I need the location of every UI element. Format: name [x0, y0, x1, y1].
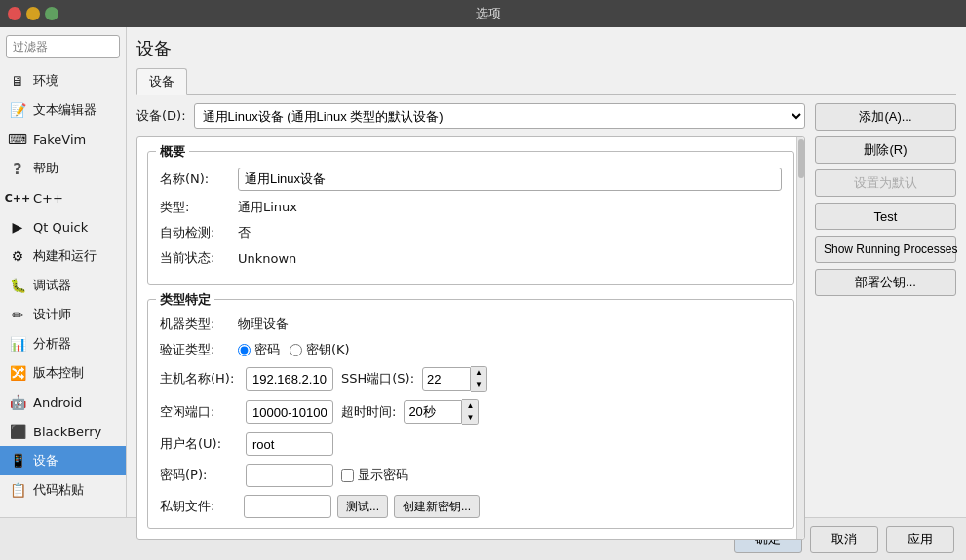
sidebar-item-environment[interactable]: 🖥 环境: [0, 66, 126, 95]
build-run-icon: ⚙: [8, 246, 27, 266]
test-file-button[interactable]: 测试...: [337, 495, 388, 518]
sidebar-item-debugger[interactable]: 🐛 调试器: [0, 271, 126, 300]
sidebar-item-text-editor[interactable]: 📝 文本编辑器: [0, 95, 126, 125]
auth-key-radio[interactable]: [290, 344, 302, 356]
auto-detect-label: 自动检测:: [160, 224, 238, 242]
machine-type-row: 机器类型: 物理设备: [160, 316, 782, 333]
sidebar-item-cpp[interactable]: C++ C++: [0, 183, 126, 212]
cancel-button[interactable]: 取消: [810, 526, 878, 553]
environment-icon: 🖥: [8, 71, 27, 91]
sidebar-item-label: 环境: [33, 72, 58, 90]
machine-type-label: 机器类型:: [160, 316, 238, 333]
overview-title: 概要: [156, 143, 189, 161]
sidebar-item-analyzer[interactable]: 📊 分析器: [0, 329, 126, 358]
ssh-port-spinbox[interactable]: ▲ ▼: [422, 366, 487, 392]
sidebar-item-label: 版本控制: [33, 364, 84, 382]
close-button[interactable]: [8, 7, 21, 20]
sidebar-item-designer[interactable]: ✏ 设计师: [0, 300, 126, 329]
password-input[interactable]: [246, 464, 333, 487]
name-input[interactable]: [238, 168, 782, 191]
show-password-checkbox[interactable]: [341, 469, 354, 482]
ssh-port-input[interactable]: [422, 367, 471, 391]
designer-icon: ✏: [8, 305, 27, 324]
sidebar-item-blackberry[interactable]: ⬛ BlackBerry: [0, 417, 126, 446]
timeout-down-button[interactable]: ▼: [462, 412, 478, 424]
page-title: 设备: [136, 37, 956, 60]
scroll-thumb[interactable]: [798, 139, 804, 178]
auth-key-label[interactable]: 密钥(K): [290, 341, 350, 358]
sidebar-item-label: BlackBerry: [33, 425, 101, 439]
right-panel: 设备(D): 通用Linux设备 (通用Linux 类型的默认设备) 概要 名称…: [136, 103, 956, 540]
free-port-input[interactable]: [246, 400, 333, 424]
type-label: 类型:: [160, 199, 238, 216]
auth-type-label: 验证类型:: [160, 341, 238, 358]
filter-box[interactable]: [0, 31, 126, 62]
maximize-button[interactable]: [45, 7, 58, 20]
ssh-port-up-button[interactable]: ▲: [471, 367, 486, 379]
apply-button[interactable]: 应用: [886, 526, 954, 553]
sidebar-item-label: 帮助: [33, 160, 58, 177]
user-label: 用户名(U):: [160, 435, 238, 453]
timeout-spinbox[interactable]: ▲ ▼: [404, 399, 479, 425]
device-config: 设备(D): 通用Linux设备 (通用Linux 类型的默认设备) 概要 名称…: [136, 103, 805, 540]
timeout-up-button[interactable]: ▲: [462, 400, 478, 412]
content-area: 设备 设备 设备(D): 通用Linux设备 (通用Linux 类型的默认设备): [127, 27, 966, 517]
show-running-processes-button[interactable]: Show Running Processes: [815, 236, 956, 263]
host-row: 主机名称(H): SSH端口(S): ▲ ▼: [160, 366, 782, 392]
android-icon: 🤖: [8, 392, 27, 412]
status-value: Unknown: [238, 251, 296, 266]
code-paste-icon: 📋: [8, 480, 27, 500]
sidebar-item-label: Qt Quick: [33, 220, 88, 235]
sidebar-item-label: 代码粘贴: [33, 481, 84, 499]
timeout-input[interactable]: [404, 400, 462, 424]
user-input[interactable]: [246, 432, 333, 456]
add-button[interactable]: 添加(A)...: [815, 103, 956, 131]
free-port-label: 空闲端口:: [160, 403, 238, 421]
private-file-input[interactable]: [244, 495, 331, 518]
sidebar-item-devices[interactable]: 📱 设备: [0, 446, 126, 475]
auth-password-radio[interactable]: [238, 344, 251, 356]
device-selector-row: 设备(D): 通用Linux设备 (通用Linux 类型的默认设备): [136, 103, 805, 129]
device-select[interactable]: 通用Linux设备 (通用Linux 类型的默认设备): [194, 103, 805, 129]
scroll-track[interactable]: [796, 137, 804, 539]
sidebar: 🖥 环境 📝 文本编辑器 ⌨ FakeVim ? 帮助 C++ C++ ▶ Qt…: [0, 27, 127, 517]
text-editor-icon: 📝: [8, 100, 27, 120]
set-default-button[interactable]: 设置为默认: [815, 169, 956, 197]
filter-input[interactable]: [6, 35, 120, 58]
deploy-key-button[interactable]: 部署公钥...: [815, 269, 956, 296]
user-row: 用户名(U):: [160, 432, 782, 456]
sidebar-item-android[interactable]: 🤖 Android: [0, 388, 126, 417]
sidebar-item-version-control[interactable]: 🔀 版本控制: [0, 358, 126, 388]
sidebar-item-label: 调试器: [33, 277, 71, 294]
minimize-button[interactable]: [26, 7, 40, 20]
host-label: 主机名称(H):: [160, 370, 238, 388]
sidebar-item-label: 分析器: [33, 335, 71, 353]
debugger-icon: 🐛: [8, 276, 27, 295]
auth-type-row: 验证类型: 密码 密钥(K): [160, 341, 782, 358]
auth-password-label[interactable]: 密码: [238, 341, 280, 358]
ssh-port-down-button[interactable]: ▼: [471, 379, 486, 391]
sidebar-item-label: 设计师: [33, 306, 71, 323]
qt-quick-icon: ▶: [8, 217, 27, 237]
sidebar-item-label: 构建和运行: [33, 247, 97, 265]
name-row: 名称(N):: [160, 168, 782, 191]
remove-button[interactable]: 删除(R): [815, 136, 956, 164]
host-input[interactable]: [246, 367, 333, 391]
sidebar-item-label: FakeVim: [33, 132, 86, 147]
sidebar-item-code-paste[interactable]: 📋 代码粘贴: [0, 475, 126, 504]
sidebar-item-help[interactable]: ? 帮助: [0, 154, 126, 183]
sidebar-item-label: C++: [33, 191, 63, 205]
show-password-label[interactable]: 显示密码: [341, 467, 408, 484]
status-label: 当前状态:: [160, 249, 238, 267]
name-label: 名称(N):: [160, 170, 238, 188]
create-key-button[interactable]: 创建新密钥...: [394, 495, 480, 518]
sidebar-item-qt-quick[interactable]: ▶ Qt Quick: [0, 212, 126, 242]
tab-devices[interactable]: 设备: [136, 68, 187, 95]
test-button[interactable]: Test: [815, 203, 956, 230]
config-scroll-panel[interactable]: 概要 名称(N): 类型: 通用Linux 自动检测:: [136, 136, 805, 540]
private-file-row: 私钥文件: 测试... 创建新密钥...: [160, 495, 782, 518]
sidebar-item-build-run[interactable]: ⚙ 构建和运行: [0, 242, 126, 271]
window-controls[interactable]: [8, 7, 58, 20]
timeout-spinbox-buttons: ▲ ▼: [462, 399, 479, 425]
sidebar-item-fakevim[interactable]: ⌨ FakeVim: [0, 125, 126, 154]
